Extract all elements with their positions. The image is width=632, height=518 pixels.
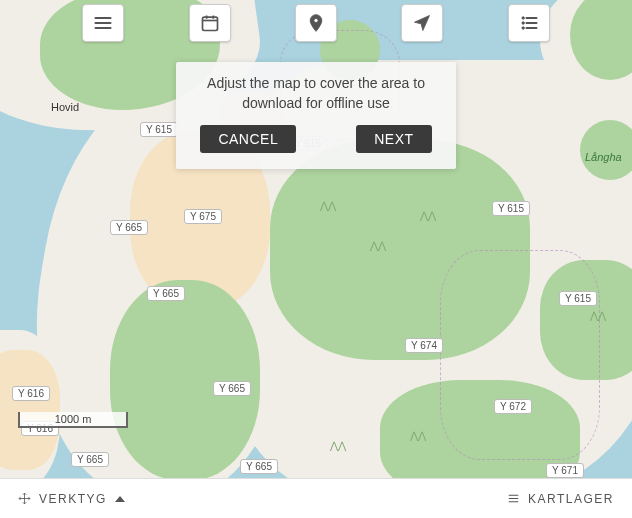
road-shield: Y 665 — [147, 286, 185, 301]
offline-download-dialog: Adjust the map to cover the area to down… — [176, 62, 456, 169]
tree-icon: ⋀⋀ — [330, 440, 346, 451]
road-shield: Y 665 — [71, 452, 109, 467]
scale-label: 1000 m — [18, 412, 128, 428]
road-shield: Y 615 — [559, 291, 597, 306]
tools-label: VERKTYG — [39, 492, 107, 506]
road-shield: Y 671 — [546, 463, 584, 478]
tree-icon: ⋀⋀ — [410, 430, 426, 441]
svg-point-1 — [314, 18, 318, 22]
locate-button[interactable] — [401, 4, 443, 42]
list-button[interactable] — [508, 4, 550, 42]
place-label: Långha — [585, 151, 622, 163]
map-boundary — [440, 250, 600, 460]
road-shield: Y 675 — [184, 209, 222, 224]
place-label: Hovid — [51, 101, 79, 113]
road-shield: Y 665 — [240, 459, 278, 474]
tree-icon: ⋀⋀ — [320, 200, 336, 211]
road-shield: Y 665 — [213, 381, 251, 396]
svg-rect-0 — [202, 17, 217, 30]
calendar-button[interactable] — [189, 4, 231, 42]
dialog-message: Adjust the map to cover the area to down… — [194, 74, 438, 113]
menu-button[interactable] — [82, 4, 124, 42]
tree-icon: ⋀⋀ — [370, 240, 386, 251]
top-toolbar — [0, 4, 632, 42]
road-shield: Y 672 — [494, 399, 532, 414]
map-open-area — [0, 350, 60, 470]
pin-icon — [306, 13, 326, 33]
move-icon — [18, 492, 31, 505]
cancel-button[interactable]: CANCEL — [200, 125, 296, 153]
calendar-icon — [200, 13, 220, 33]
bottom-toolbar: VERKTYG KARTLAGER — [0, 478, 632, 518]
list-icon — [519, 13, 539, 33]
next-button[interactable]: NEXT — [356, 125, 431, 153]
layers-button[interactable]: KARTLAGER — [507, 492, 614, 506]
road-shield: Y 674 — [405, 338, 443, 353]
scale-control: 1000 m — [18, 412, 128, 428]
tree-icon: ⋀⋀ — [590, 310, 606, 321]
caret-up-icon — [115, 496, 125, 502]
road-shield: Y 615 — [140, 122, 178, 137]
layers-label: KARTLAGER — [528, 492, 614, 506]
road-shield: Y 615 — [492, 201, 530, 216]
svg-point-2 — [522, 17, 525, 20]
map-land — [510, 100, 550, 160]
svg-point-3 — [522, 22, 525, 25]
road-shield: Y 616 — [12, 386, 50, 401]
tree-icon: ⋀⋀ — [420, 210, 436, 221]
map-forest — [110, 280, 260, 478]
tools-button[interactable]: VERKTYG — [18, 492, 125, 506]
layer-list-icon — [507, 492, 520, 505]
locate-icon — [412, 13, 432, 33]
svg-point-4 — [522, 27, 525, 30]
pin-button[interactable] — [295, 4, 337, 42]
map-forest — [580, 120, 632, 180]
app-root: ⋀⋀ ⋀⋀ ⋀⋀ ⋀⋀ ⋀⋀ ⋀⋀ Hovid Långha Y 615 Y 6… — [0, 0, 632, 518]
menu-icon — [93, 13, 113, 33]
dialog-button-row: CANCEL NEXT — [194, 125, 438, 153]
road-shield: Y 665 — [110, 220, 148, 235]
